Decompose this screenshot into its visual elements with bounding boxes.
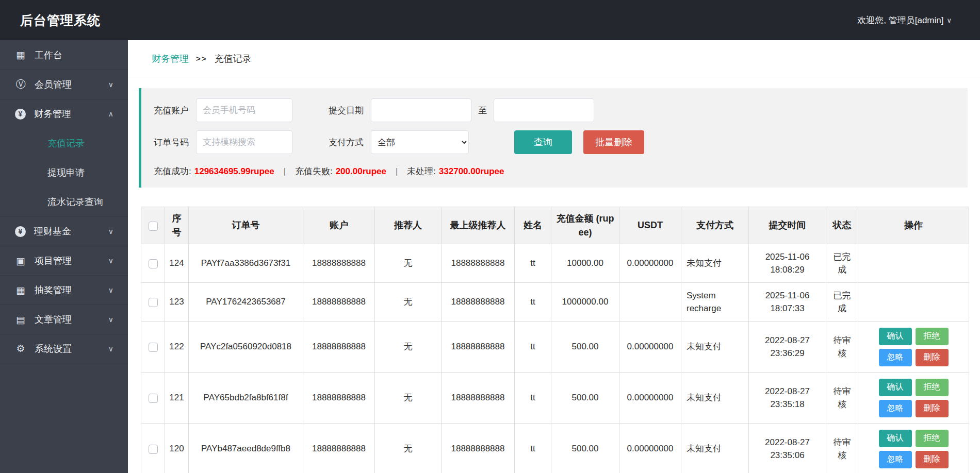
cell-account: 18888888888 — [303, 283, 375, 322]
sidebar-item-member-mgmt[interactable]: Ⓥ会员管理∨ — [0, 70, 128, 99]
cell-time: 2022-08-27 23:35:06 — [749, 424, 826, 473]
sidebar-item-label: 系统设置 — [35, 343, 72, 355]
cell-actions: 确认拒绝忽略删除 — [858, 322, 969, 373]
row-select-cell — [141, 424, 165, 473]
chevron-up-icon: ∧ — [108, 110, 113, 118]
cell-name: tt — [515, 322, 551, 373]
user-menu[interactable]: 欢迎您, 管理员[admin] ∨ — [857, 14, 952, 26]
cell-pay: System recharge — [681, 283, 749, 322]
pay-method-select[interactable]: 全部 — [371, 130, 469, 154]
reject-button[interactable]: 拒绝 — [916, 379, 949, 396]
stat-separator: | — [396, 167, 398, 176]
cell-order: PAYb487aeed8de9ffb8 — [189, 424, 303, 473]
filter-panel: 充值账户 提交日期 至 订单号码 支付方式 全部 查询 批量删除 充值成功: 1… — [139, 88, 968, 188]
search-button[interactable]: 查询 — [514, 130, 572, 154]
cell-status: 待审核 — [826, 424, 858, 473]
stats-bar: 充值成功: 129634695.99rupee | 充值失败: 200.00ru… — [154, 165, 968, 177]
stat-fail-label: 充值失败: — [295, 165, 333, 177]
ignore-button[interactable]: 忽略 — [879, 400, 912, 417]
top-header: 后台管理系统 欢迎您, 管理员[admin] ∨ — [0, 0, 980, 40]
cell-time: 2022-08-27 23:36:29 — [749, 322, 826, 373]
row-checkbox[interactable] — [149, 445, 158, 454]
table-row: 124PAYf7aa3386d3673f3118888888888无188888… — [141, 244, 969, 283]
account-input[interactable] — [196, 98, 292, 122]
delete-button[interactable]: 删除 — [916, 451, 949, 468]
order-input[interactable] — [196, 130, 292, 154]
cell-time: 2022-08-27 23:35:18 — [749, 373, 826, 424]
table-row: 122PAYc2fa0560920d081818888888888无188888… — [141, 322, 969, 373]
select-all-checkbox[interactable] — [149, 222, 158, 231]
sidebar-item-system-settings[interactable]: ⚙系统设置∨ — [0, 334, 128, 363]
reject-button[interactable]: 拒绝 — [916, 328, 949, 345]
cell-actions: 确认拒绝忽略删除 — [858, 424, 969, 473]
stat-success-label: 充值成功: — [154, 165, 191, 177]
table-header-row: 序号订单号账户推荐人最上级推荐人姓名充值金额 (rupee)USDT支付方式提交… — [141, 207, 969, 244]
delete-button[interactable]: 删除 — [916, 349, 949, 366]
confirm-button[interactable]: 确认 — [879, 328, 912, 345]
cell-referrer: 无 — [375, 283, 442, 322]
cell-actions — [858, 283, 969, 322]
breadcrumb-section-link[interactable]: 财务管理 — [152, 53, 189, 65]
records-table: 序号订单号账户推荐人最上级推荐人姓名充值金额 (rupee)USDT支付方式提交… — [141, 207, 969, 473]
cell-order: PAYc2fa0560920d0818 — [189, 322, 303, 373]
sidebar-item-label: 会员管理 — [35, 78, 72, 91]
row-checkbox[interactable] — [149, 298, 158, 307]
cell-pay: 未知支付 — [681, 244, 749, 283]
stat-fail-value: 200.00rupee — [336, 166, 386, 177]
cell-usdt: 0.00000000 — [619, 424, 681, 473]
confirm-button[interactable]: 确认 — [879, 430, 912, 447]
chevron-down-icon: ∨ — [108, 286, 113, 294]
sidebar-item-withdraw-requests[interactable]: 提现申请 — [0, 158, 128, 187]
sidebar-item-workbench[interactable]: ▦工作台 — [0, 40, 128, 70]
cell-usdt: 0.00000000 — [619, 322, 681, 373]
breadcrumb: 财务管理 >> 充值记录 — [128, 40, 980, 77]
cell-amount: 1000000.00 — [551, 283, 619, 322]
sidebar-item-fund-mgmt[interactable]: ¥理财基金∨ — [0, 216, 128, 246]
sidebar-item-recharge-records[interactable]: 充值记录 — [0, 128, 128, 158]
row-select-cell — [141, 283, 165, 322]
breadcrumb-separator: >> — [196, 54, 207, 63]
cell-amount: 500.00 — [551, 424, 619, 473]
cell-account: 18888888888 — [303, 322, 375, 373]
sidebar-item-transaction-query[interactable]: 流水记录查询 — [0, 187, 128, 216]
sidebar-item-label: 充值记录 — [47, 137, 85, 149]
ignore-button[interactable]: 忽略 — [879, 451, 912, 468]
sidebar-item-finance-mgmt[interactable]: ¥财务管理∧ — [0, 99, 128, 128]
cell-top-referrer: 18888888888 — [442, 244, 515, 283]
filter-row-1: 充值账户 提交日期 至 — [154, 98, 968, 122]
chevron-down-icon: ∨ — [108, 227, 113, 235]
action-buttons: 确认拒绝忽略删除 — [861, 430, 966, 468]
row-checkbox[interactable] — [149, 394, 158, 403]
cell-status: 待审核 — [826, 373, 858, 424]
batch-delete-button[interactable]: 批量删除 — [583, 130, 644, 154]
confirm-button[interactable]: 确认 — [879, 379, 912, 396]
cell-top-referrer: 18888888888 — [442, 322, 515, 373]
date-from-input[interactable] — [371, 98, 471, 122]
cell-amount: 500.00 — [551, 373, 619, 424]
cell-order: PAYf7aa3386d3673f31 — [189, 244, 303, 283]
sidebar-item-project-mgmt[interactable]: ▣项目管理∨ — [0, 246, 128, 275]
cell-seq: 122 — [165, 322, 189, 373]
ignore-button[interactable]: 忽略 — [879, 349, 912, 366]
cell-account: 18888888888 — [303, 424, 375, 473]
cell-status: 已完成 — [826, 283, 858, 322]
date-to-input[interactable] — [494, 98, 594, 122]
row-checkbox[interactable] — [149, 343, 158, 352]
cell-actions: 确认拒绝忽略删除 — [858, 373, 969, 424]
cell-order: PAY65bdb2fa8bf61f8f — [189, 373, 303, 424]
chevron-down-icon: ∨ — [946, 16, 952, 24]
cell-name: tt — [515, 373, 551, 424]
cell-seq: 124 — [165, 244, 189, 283]
row-select-cell — [141, 373, 165, 424]
cell-name: tt — [515, 283, 551, 322]
delete-button[interactable]: 删除 — [916, 400, 949, 417]
row-checkbox[interactable] — [149, 259, 158, 268]
table-row: 120PAYb487aeed8de9ffb818888888888无188888… — [141, 424, 969, 473]
yen-circle-icon: ¥ — [15, 226, 26, 237]
sidebar-item-label: 项目管理 — [35, 255, 72, 267]
reject-button[interactable]: 拒绝 — [916, 430, 949, 447]
cell-order: PAY1762423653687 — [189, 283, 303, 322]
sidebar-item-article-mgmt[interactable]: ▤文章管理∨ — [0, 305, 128, 334]
welcome-text: 欢迎您, 管理员[admin] — [857, 14, 943, 26]
sidebar-item-lottery-mgmt[interactable]: ▦抽奖管理∨ — [0, 275, 128, 305]
